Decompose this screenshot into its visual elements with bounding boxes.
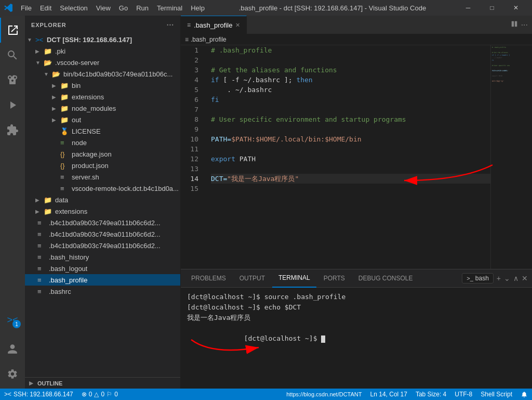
file-icon7: ≡	[37, 276, 47, 284]
tab-bar: ≡ .bash_profile ✕ ···	[181, 16, 532, 34]
code-content: # .bash_profile # Get the aliases and fu…	[207, 45, 490, 269]
ln-10: 10	[181, 134, 198, 144]
ln-4: 4	[181, 75, 198, 85]
explorer-title: EXPLORER	[31, 22, 66, 28]
tree-item-b4-2[interactable]: ≡ .b4c1bd0a9b03c749ea011b06c6d2...	[25, 228, 180, 240]
activity-extensions[interactable]	[0, 118, 25, 143]
tree-item-license[interactable]: 🏅 LICENSE	[25, 125, 180, 137]
tab-terminal[interactable]: TERMINAL	[272, 269, 316, 288]
tree-item-bash-profile[interactable]: ≡ .bash_profile	[25, 274, 180, 286]
tree-item-product-json[interactable]: {} product.json	[25, 160, 180, 171]
tree-item-bashrc[interactable]: ≡ .bashrc	[25, 286, 180, 297]
menu-edit[interactable]: Edit	[36, 0, 56, 16]
tree-item-pki[interactable]: ▶ 📁 .pki	[25, 45, 180, 57]
menu-terminal[interactable]: Terminal	[153, 0, 187, 16]
menu-help[interactable]: Help	[187, 0, 209, 16]
tree-item-vscode-server[interactable]: ▼ 📂 .vscode-server	[25, 57, 180, 68]
code-line-14: DCT="我是一名Java程序员"	[211, 174, 490, 184]
close-button[interactable]: ✕	[504, 0, 528, 16]
tree-item-b4-3[interactable]: ≡ .b4c1bd0a9b03c749ea011b06c6d2...	[25, 240, 180, 251]
activity-remote[interactable]: >< 1	[0, 307, 25, 332]
code-line-6: fi	[211, 95, 490, 105]
maximize-button[interactable]: □	[480, 0, 504, 16]
tab-debug-console[interactable]: DEBUG CONSOLE	[352, 269, 419, 288]
bash-selector[interactable]: >_ bash	[462, 273, 494, 283]
activity-run[interactable]	[0, 93, 25, 118]
close-panel-icon[interactable]: ✕	[522, 274, 528, 282]
tree-item-extensions2[interactable]: ▶ 📁 extensions	[25, 205, 180, 217]
editor-tab-bash-profile[interactable]: ≡ .bash_profile ✕	[181, 16, 247, 34]
outline-section[interactable]: ▶ OUTLINE	[25, 377, 180, 389]
tree-item-package-json[interactable]: {} package.json	[25, 148, 180, 160]
maximize-panel-icon[interactable]: ∧	[513, 274, 518, 282]
status-errors[interactable]: ⊗ 0 △ 0 ⚐ 0	[77, 391, 122, 398]
ln-9: 9	[181, 124, 198, 134]
terminal-actions: >_ bash + ⌄ ∧ ✕	[462, 273, 528, 283]
tree-item-data[interactable]: ▶ 📁 data	[25, 194, 180, 205]
code-line-9	[211, 124, 490, 134]
tree-item-bin[interactable]: ▶ 📁 bin	[25, 80, 180, 91]
tree-item-bash-history[interactable]: ≡ .bash_history	[25, 251, 180, 263]
activity-bar: >< 1	[0, 16, 25, 389]
tree-item-node-modules[interactable]: ▶ 📁 node_modules	[25, 102, 180, 114]
folder-icon2: 📁	[60, 82, 70, 89]
warning-count: 0	[101, 391, 104, 398]
activity-settings[interactable]	[0, 362, 25, 386]
folder-icon5: 📁	[60, 116, 70, 124]
tree-item-server-sh[interactable]: ≡ server.sh	[25, 171, 180, 183]
split-editor-icon[interactable]	[511, 20, 518, 30]
ln-11: 11	[181, 144, 198, 154]
minimize-button[interactable]: ─	[456, 0, 480, 16]
activity-search[interactable]	[0, 43, 25, 68]
code-line-10: PATH=$PATH:$HOME/.local/bin:$HOME/bin	[211, 134, 490, 144]
tree-item-b4-1[interactable]: ≡ .b4c1bd0a9b03c749ea011b06c6d2...	[25, 217, 180, 228]
tree-item-bin-hash[interactable]: ▼ 📂 bin/b4c1bd0a9b03c749ea011b06c...	[25, 68, 180, 80]
tab-close-button[interactable]: ✕	[235, 22, 240, 29]
remote-icon: ><	[35, 36, 45, 44]
code-line-11	[211, 144, 490, 154]
tree-item-remote-lock[interactable]: ≡ vscode-remote-lock.dct.b4c1bd0a...	[25, 183, 180, 194]
tree-item-node[interactable]: ≡ node	[25, 137, 180, 148]
tree-root[interactable]: ▼ >< DCT [SSH: 192.168.66.147]	[25, 34, 180, 45]
status-eol[interactable]: Shell Script	[476, 389, 516, 400]
more-actions-icon[interactable]: ···	[521, 20, 528, 30]
status-position[interactable]: Ln 14, Col 17	[366, 389, 411, 400]
sh-icon: ≡	[60, 173, 70, 181]
code-line-8: # User specific environment and startup …	[211, 114, 490, 124]
tab-bar-actions: ···	[507, 16, 532, 34]
tree-item-out[interactable]: ▶ 📁 out	[25, 114, 180, 125]
code-line-3: # Get the aliases and functions	[211, 65, 490, 75]
sidebar-actions[interactable]: ···	[167, 21, 174, 29]
terminal-content-wrapper: [dct@localhost ~]$ source .bash_profile …	[181, 288, 532, 389]
activity-explorer[interactable]	[0, 18, 25, 43]
ln-5: 5	[181, 85, 198, 95]
status-tab-size[interactable]: Tab Size: 4	[411, 389, 450, 400]
add-terminal-icon[interactable]: +	[497, 274, 501, 282]
menu-view[interactable]: View	[92, 0, 115, 16]
status-bell[interactable]	[516, 389, 532, 400]
menu-selection[interactable]: Selection	[56, 0, 91, 16]
menu-go[interactable]: Go	[115, 0, 132, 16]
bash-label: bash	[475, 275, 489, 282]
tree-item-extensions[interactable]: ▶ 📁 extensions	[25, 91, 180, 102]
split-terminal-icon[interactable]: ⌄	[504, 274, 510, 282]
tab-ports[interactable]: PORTS	[317, 269, 351, 288]
tab-problems[interactable]: PROBLEMS	[185, 269, 232, 288]
tab-output[interactable]: OUTPUT	[233, 269, 271, 288]
activity-account[interactable]	[0, 337, 25, 362]
terminal-output[interactable]: [dct@localhost ~]$ source .bash_profile …	[181, 288, 532, 358]
menu-file[interactable]: File	[17, 0, 36, 16]
minimap: # .bash_profile # Get the aliases if [ -…	[490, 45, 532, 269]
info-count: 0	[114, 391, 118, 398]
code-line-2	[211, 55, 490, 65]
status-encoding[interactable]: UTF-8	[450, 389, 476, 400]
menu-run[interactable]: Run	[132, 0, 153, 16]
code-editor[interactable]: 1 2 3 4 5 6 7 8 9 10 11 12 13 14 15	[181, 45, 532, 269]
tree-item-bash-logout[interactable]: ≡ .bash_logout	[25, 263, 180, 274]
code-line-12: export PATH	[211, 154, 490, 164]
status-ssh[interactable]: >< SSH: 192.168.66.147	[0, 389, 77, 400]
activity-source-control[interactable]	[0, 68, 25, 93]
folder-open-icon2: 📂	[52, 70, 61, 78]
ln-12: 12	[181, 154, 198, 164]
status-url[interactable]: https://blog.csdn.net/DCTANT	[282, 389, 366, 400]
